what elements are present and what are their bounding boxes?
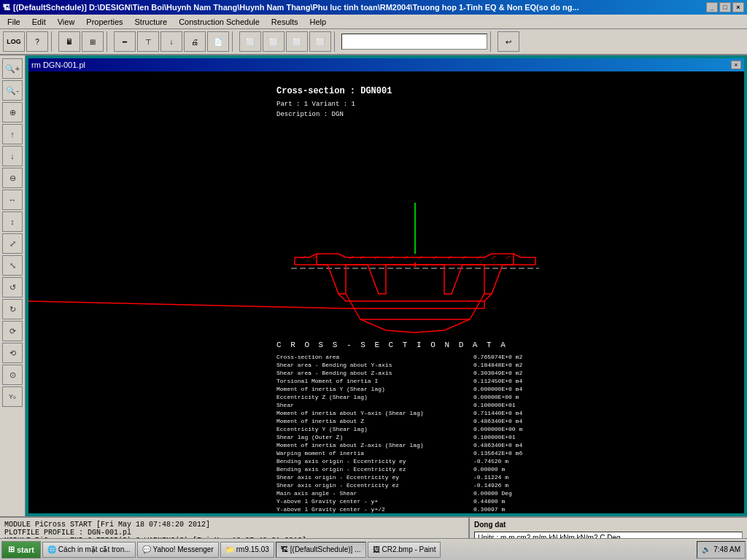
menu-results[interactable]: Results: [266, 16, 304, 28]
data-title: C R O S S - S E C T I O N D A T A: [276, 341, 522, 349]
data-row: Bending axis origin - Eccentricity ez0.0…: [276, 465, 522, 473]
tool-12[interactable]: ↻: [2, 299, 23, 319]
drawing-window: rm DGN-001.pl ×: [28, 58, 744, 513]
maximize-button[interactable]: □: [719, 2, 731, 12]
log-line-2: PLOTFILE PROFILE : DGN-001.pl: [4, 529, 464, 537]
section-button[interactable]: ⊤: [137, 31, 159, 52]
menu-properties[interactable]: Properties: [80, 16, 128, 28]
help-button[interactable]: ?: [26, 31, 48, 52]
tool-14[interactable]: ⟲: [2, 343, 23, 363]
paint-label: CR2.bmp - Paint: [382, 545, 436, 553]
scroll-down-button[interactable]: ↓: [2, 146, 23, 166]
drawing-title: rm DGN-001.pl: [31, 61, 85, 69]
menu-structure[interactable]: Structure: [129, 16, 174, 28]
data-row: Shear area - Bending about Z-axis0.30304…: [276, 369, 522, 377]
browser-icon: 🌐: [47, 545, 56, 553]
schedule-label: [(DefaultSchedule)] ...: [290, 545, 361, 553]
tool-13[interactable]: ⟳: [2, 321, 23, 341]
taskbar-item-rm9[interactable]: 📁 rm9.15.03: [220, 542, 274, 558]
cross-section-info: Cross-section : DGN001 Part : 1 Variant …: [276, 86, 392, 120]
beam-button[interactable]: ━: [114, 31, 136, 52]
left-tool-panel: 🔍+ 🔍- ⊕ ↑ ↓ ⊖ ↔ ↕ ⤢ ⤡ ↺ ↻ ⟳ ⟲ ⊙ Y₀: [0, 55, 26, 516]
drawing-close-button[interactable]: ×: [731, 61, 741, 69]
menu-help[interactable]: Help: [304, 16, 333, 28]
title-bar-controls: _ □ ×: [706, 2, 744, 12]
back-button[interactable]: ↩: [498, 31, 519, 52]
view4-button[interactable]: ⬜: [309, 31, 331, 52]
view1-button[interactable]: ⬜: [239, 31, 261, 52]
clock: 7:48 AM: [713, 545, 740, 553]
view2-button[interactable]: ⬜: [263, 31, 285, 52]
zoom-in-button[interactable]: 🔍+: [2, 58, 23, 79]
title-bar-left: 🏗 [(DefaultSchedule)] D:\DESIGN\Tien Boi…: [3, 3, 579, 12]
separator-3: [232, 31, 236, 52]
tool-10[interactable]: ⤡: [2, 255, 23, 276]
cs-title: Cross-section : DGN001: [276, 86, 392, 96]
data-row: Moment of inertia about Z-axis (Shear la…: [276, 441, 522, 449]
start-button[interactable]: ⊞ start: [1, 541, 41, 559]
data-row: Torsional Moment of inertia I0.112450E+0…: [276, 377, 522, 385]
separator-2: [107, 31, 111, 52]
cs-description: Description : DGN: [276, 109, 392, 120]
menu-construction-schedule[interactable]: Construction Schedule: [173, 16, 266, 28]
load-button[interactable]: ↓: [160, 31, 182, 52]
data-row: Shear lag (Outer Z)0.100000E+01: [276, 433, 522, 441]
data-row: Moment of inertia about Y-axis (Shear la…: [276, 409, 522, 417]
export-button[interactable]: 📄: [207, 31, 229, 52]
tool-11[interactable]: ↺: [2, 277, 23, 298]
data-row: Eccentricity Z (Shear lag)0.00000E+00 m: [276, 393, 522, 401]
print-button[interactable]: 🖨: [184, 31, 206, 52]
separator-5: [490, 31, 495, 52]
menu-file[interactable]: File: [1, 16, 26, 28]
tool-15[interactable]: ⊙: [2, 365, 23, 385]
data-row: Moment of inertia Y (Shear lag)0.000000E…: [276, 385, 522, 393]
title-bar-text: [(DefaultSchedule)] D:\DESIGN\Tien Boi\H…: [13, 3, 579, 12]
data-row: Cross-section area0.765074E+0 m2: [276, 353, 522, 361]
data-rows: Cross-section area0.765074E+0 m2Shear ar…: [276, 353, 522, 513]
taskbar-item-defaultschedule[interactable]: 🏗 [(DefaultSchedule)] ...: [276, 542, 366, 558]
toolbar-input[interactable]: [341, 34, 487, 50]
paint-icon: 🖼: [373, 545, 380, 553]
calc-button[interactable]: 🖩: [58, 31, 80, 52]
taskbar-item-paint[interactable]: 🖼 CR2.bmp - Paint: [368, 542, 441, 558]
table-button[interactable]: ⊞: [82, 31, 104, 52]
taskbar-tray: 🔊 7:48 AM: [697, 541, 746, 559]
data-row: Bending axis origin - Eccentricity ey-0.…: [276, 457, 522, 465]
taskbar-item-yahoo[interactable]: 💬 Yahoo! Messenger: [137, 542, 219, 558]
yahoo-icon: 💬: [142, 545, 151, 553]
tool-7[interactable]: ↔: [2, 190, 23, 210]
volume-icon: 🔊: [702, 545, 711, 553]
scroll-up-button[interactable]: ↑: [2, 124, 23, 144]
minimize-button[interactable]: _: [706, 2, 718, 12]
toolbar: LOG ? 🖩 ⊞ ━ ⊤ ↓ 🖨 📄 ⬜ ⬜ ⬜ ⬜ ↩: [0, 29, 747, 55]
rm9-label: rm9.15.03: [236, 545, 269, 553]
main-area: 🔍+ 🔍- ⊕ ↑ ↓ ⊖ ↔ ↕ ⤢ ⤡ ↺ ↻ ⟳ ⟲ ⊙ Y₀ rm DG…: [0, 55, 747, 516]
data-row: Main axis angle - Shear0.00000 Deg: [276, 489, 522, 497]
data-row: Y-above l Gravity center - y+/20.30097 m: [276, 505, 522, 513]
app-icon: 🏗: [3, 4, 10, 12]
browser-label: Cách in mặt cắt tron...: [58, 545, 131, 553]
data-row: Moment of inertia about Z0.486340E+0 m4: [276, 417, 522, 425]
drawing-content[interactable]: Cross-section : DGN001 Part : 1 Variant …: [28, 71, 744, 513]
taskbar-item-browser[interactable]: 🌐 Cách in mặt cắt tron...: [42, 542, 136, 558]
log-line-1: MODULE PiCross START [Fri May 18 07:48:2…: [4, 521, 464, 529]
menu-bar: File Edit View Properties Structure Cons…: [0, 15, 747, 29]
tool-8[interactable]: ↕: [2, 211, 23, 232]
data-row: Y-above l Gravity center - y+0.44800 m: [276, 497, 522, 505]
windows-icon: ⊞: [8, 545, 15, 554]
tool-9[interactable]: ⤢: [2, 233, 23, 254]
close-button[interactable]: ×: [732, 2, 744, 12]
y0-button[interactable]: Y₀: [2, 386, 23, 407]
drawing-titlebar: rm DGN-001.pl ×: [28, 58, 744, 71]
data-row: Eccentricity Y (Shear lag)0.000000E+00 m: [276, 425, 522, 433]
tool-3[interactable]: ⊕: [2, 102, 23, 122]
rm-active-icon: 🏗: [281, 545, 288, 553]
log-button[interactable]: LOG: [3, 31, 25, 52]
zoom-out-button[interactable]: 🔍-: [2, 80, 23, 101]
tool-6[interactable]: ⊖: [2, 168, 23, 188]
menu-view[interactable]: View: [52, 16, 81, 28]
menu-edit[interactable]: Edit: [26, 16, 52, 28]
separator-4: [334, 31, 338, 52]
view3-button[interactable]: ⬜: [286, 31, 308, 52]
data-row: Shear axis origin - Eccentricity ey-0.11…: [276, 473, 522, 481]
